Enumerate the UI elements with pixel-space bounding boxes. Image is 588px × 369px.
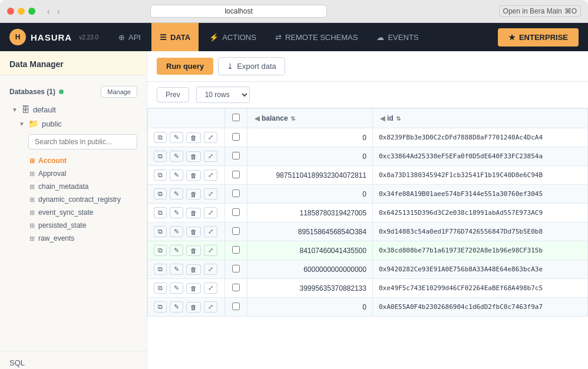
edit-button[interactable]: ✎ [170, 226, 183, 237]
table-row: ⧉ ✎ 🗑 ⤢ 00x8239FBb3e3D0C2cDFd7888D8aF770… [148, 128, 588, 147]
copy-button[interactable]: ⧉ [154, 188, 167, 200]
balance-sort-icon[interactable]: ⇅ [290, 115, 295, 122]
nav-item-actions[interactable]: ⚡ ACTIONS [201, 23, 265, 51]
delete-button[interactable]: 🗑 [186, 302, 201, 313]
delete-button[interactable]: 🗑 [186, 132, 201, 143]
copy-button[interactable]: ⧉ [154, 282, 167, 294]
enterprise-button[interactable]: ★ ENTERPRISE [498, 28, 579, 46]
table-icon-persisted: ⊞ [29, 222, 35, 230]
nav-item-remote-schemas[interactable]: ⇄ REMOTE SCHEMAS [267, 23, 366, 51]
nav-item-data[interactable]: ☰ DATA [151, 23, 199, 51]
row-checkbox-cell [225, 222, 247, 241]
run-query-button[interactable]: Run query [157, 58, 213, 75]
forward-button[interactable]: › [55, 5, 62, 17]
delete-button[interactable]: 🗑 [186, 283, 201, 294]
copy-button[interactable]: ⧉ [154, 226, 167, 237]
edit-button[interactable]: ✎ [170, 151, 183, 162]
copy-button[interactable]: ⧉ [154, 169, 167, 181]
sidebar-sql-label[interactable]: SQL [0, 351, 147, 369]
id-cell: 0xe49F5c743E10299d46CF02264EaBEf68A498b7… [372, 279, 587, 298]
tree-item-public[interactable]: ▼ 📁 public [9, 117, 137, 131]
expand-button[interactable]: ⤢ [204, 245, 217, 256]
copy-button[interactable]: ⧉ [154, 207, 167, 218]
open-in-bera-button[interactable]: Open in Bera Main ⌘O [499, 5, 581, 17]
expand-button[interactable]: ⤢ [204, 151, 217, 162]
edit-button[interactable]: ✎ [170, 132, 183, 143]
delete-button[interactable]: 🗑 [186, 189, 201, 200]
prev-button[interactable]: Prev [157, 87, 189, 102]
back-button[interactable]: ‹ [45, 5, 52, 17]
expand-button[interactable]: ⤢ [204, 207, 217, 218]
table-row: ⧉ ✎ 🗑 ⤢ 987511041899323040728110x8a73D13… [148, 166, 588, 185]
row-checkbox-cell [225, 147, 247, 166]
logo-text: HASURA [31, 32, 72, 42]
balance-cell: 8951586456854O384 [247, 222, 373, 241]
row-checkbox[interactable] [232, 265, 240, 272]
balance-cell: 0 [247, 128, 373, 147]
export-data-button[interactable]: ⤓ Export data [218, 57, 285, 75]
delete-button[interactable]: 🗑 [186, 245, 201, 256]
id-cell: 0x9420282Ce93E91A0E756b8A33A48E64e863bcA… [372, 260, 587, 279]
table-item-account[interactable]: ⊞ Account [28, 154, 137, 167]
row-checkbox[interactable] [232, 171, 240, 178]
expand-button[interactable]: ⤢ [204, 282, 217, 294]
delete-button[interactable]: 🗑 [186, 227, 201, 237]
id-sort-icon[interactable]: ⇅ [396, 115, 401, 122]
expand-button[interactable]: ⤢ [204, 226, 217, 237]
table-item-approval[interactable]: ⊞ Approval [28, 167, 137, 180]
expand-button[interactable]: ⤢ [204, 264, 217, 275]
copy-button[interactable]: ⧉ [154, 151, 167, 162]
row-checkbox[interactable] [232, 152, 240, 159]
manage-button[interactable]: Manage [101, 86, 137, 98]
edit-button[interactable]: ✎ [170, 169, 183, 181]
close-button[interactable] [7, 8, 14, 15]
copy-button[interactable]: ⧉ [154, 132, 167, 143]
search-input[interactable] [28, 134, 137, 149]
table-row: ⧉ ✎ 🗑 ⤢ 00xc33864Ad25330eF5EFa0f0D5dE640… [148, 147, 588, 166]
rows-select[interactable]: 10 rows 25 rows 50 rows 100 rows [196, 87, 250, 103]
maximize-button[interactable] [28, 8, 35, 15]
table-label-approval: Approval [38, 169, 66, 178]
expand-button[interactable]: ⤢ [204, 132, 217, 143]
copy-button[interactable]: ⧉ [154, 301, 167, 313]
toolbar: Run query ⤓ Export data [147, 51, 588, 82]
edit-button[interactable]: ✎ [170, 301, 183, 313]
table-item-dynamic-contract[interactable]: ⊞ dynamic_contract_registry [28, 193, 137, 206]
nav-item-api[interactable]: ⊕ API [110, 23, 149, 51]
row-checkbox[interactable] [232, 284, 240, 291]
delete-button[interactable]: 🗑 [186, 208, 201, 218]
minimize-button[interactable] [18, 8, 25, 15]
copy-button[interactable]: ⧉ [154, 264, 167, 275]
table-item-persisted[interactable]: ⊞ persisted_state [28, 219, 137, 232]
select-all-checkbox[interactable] [232, 114, 240, 121]
copy-button[interactable]: ⧉ [154, 245, 167, 256]
delete-button[interactable]: 🗑 [186, 151, 201, 162]
row-checkbox[interactable] [232, 302, 240, 310]
table-item-chain-metadata[interactable]: ⊞ chain_metadata [28, 180, 137, 193]
expand-button[interactable]: ⤢ [204, 301, 217, 313]
tree-item-default[interactable]: ▼ 🗄 default [9, 102, 137, 117]
row-checkbox[interactable] [232, 227, 240, 235]
table-item-raw-events[interactable]: ⊞ raw_events [28, 232, 137, 245]
expand-button[interactable]: ⤢ [204, 188, 217, 200]
address-bar[interactable] [150, 5, 327, 18]
table-row: ⧉ ✎ 🗑 ⤢ 8951586456854O3840x9d14083c54a0e… [148, 222, 588, 241]
data-table: ◀ balance ⇅ ◀ id ⇅ [147, 108, 588, 317]
balance-label: balance [262, 114, 288, 122]
edit-button[interactable]: ✎ [170, 264, 183, 275]
nav-item-events[interactable]: ☁ EVENTS [368, 23, 427, 51]
row-checkbox-cell [225, 279, 247, 298]
edit-button[interactable]: ✎ [170, 188, 183, 200]
table-item-event-sync[interactable]: ⊞ event_sync_state [28, 206, 137, 219]
id-cell: 0x64251315D396d3C2e038c18991abAd557E973A… [372, 204, 587, 222]
edit-button[interactable]: ✎ [170, 245, 183, 256]
row-checkbox[interactable] [232, 246, 240, 254]
row-checkbox[interactable] [232, 190, 240, 197]
row-checkbox[interactable] [232, 133, 240, 141]
delete-button[interactable]: 🗑 [186, 264, 201, 275]
delete-button[interactable]: 🗑 [186, 170, 201, 181]
expand-button[interactable]: ⤢ [204, 169, 217, 181]
edit-button[interactable]: ✎ [170, 282, 183, 294]
edit-button[interactable]: ✎ [170, 207, 183, 218]
row-checkbox[interactable] [232, 208, 240, 216]
